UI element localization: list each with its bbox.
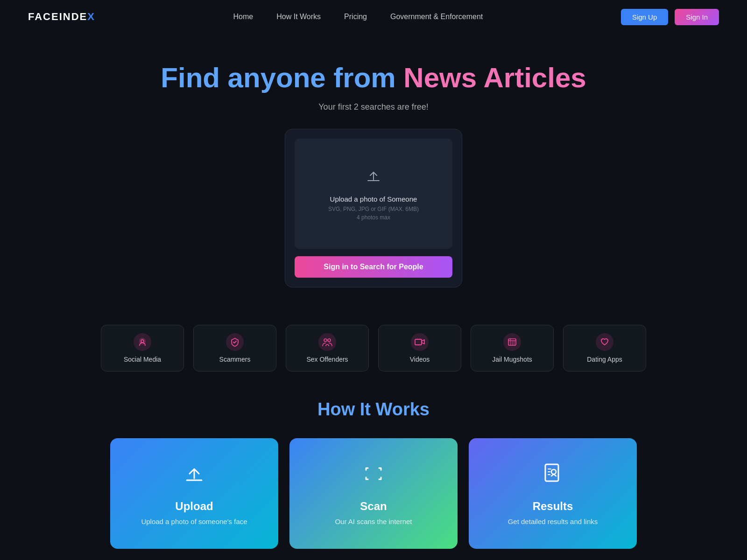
- category-sex-offenders[interactable]: Sex Offenders: [286, 325, 369, 371]
- nav-pricing[interactable]: Pricing: [344, 13, 367, 21]
- dating-apps-icon: [596, 333, 613, 351]
- step-upload: Upload Upload a photo of someone's face: [110, 438, 278, 549]
- step-scan: Scan Our AI scans the internet: [289, 438, 458, 549]
- hero-title: Find anyone from News Articles: [9, 62, 738, 94]
- results-step-desc: Get detailed results and links: [483, 518, 623, 525]
- how-it-works-title: How It Works: [37, 399, 710, 420]
- upload-step-title: Upload: [124, 500, 264, 513]
- jail-mugshots-icon: [503, 333, 521, 351]
- jail-mugshots-label: Jail Mugshots: [492, 356, 532, 363]
- category-videos[interactable]: Videos: [378, 325, 461, 371]
- scan-step-title: Scan: [303, 500, 444, 513]
- upload-step-desc: Upload a photo of someone's face: [124, 518, 264, 525]
- category-dating-apps[interactable]: Dating Apps: [563, 325, 646, 371]
- videos-label: Videos: [410, 356, 430, 363]
- results-step-icon: [483, 462, 623, 490]
- upload-label: Upload a photo of Someone: [304, 195, 443, 203]
- sex-offenders-label: Sex Offenders: [306, 356, 348, 363]
- upload-dropzone[interactable]: Upload a photo of Someone SVG, PNG, JPG …: [295, 139, 452, 249]
- videos-icon: [411, 333, 429, 351]
- upload-container: Upload a photo of Someone SVG, PNG, JPG …: [285, 129, 462, 287]
- sex-offenders-icon: [318, 333, 336, 351]
- hero-title-part1: Find anyone from: [161, 62, 403, 93]
- svg-rect-4: [415, 339, 422, 345]
- upload-formats: SVG, PNG, JPG or GIF (MAX. 6MB): [304, 206, 443, 212]
- signup-button[interactable]: Sign Up: [621, 9, 668, 25]
- step-results: Results Get detailed results and links: [469, 438, 637, 549]
- how-it-works-section: How It Works Upload Upload a photo of so…: [0, 390, 747, 560]
- dating-apps-label: Dating Apps: [587, 356, 622, 363]
- category-scammers[interactable]: Scammers: [193, 325, 276, 371]
- svg-point-11: [551, 469, 556, 474]
- logo-text: FACEINDE: [28, 11, 87, 22]
- steps-grid: Upload Upload a photo of someone's face …: [37, 438, 710, 549]
- scammers-label: Scammers: [219, 356, 251, 363]
- social-media-icon: [134, 333, 151, 351]
- hero-title-part2: News Articles: [403, 62, 586, 93]
- signin-button[interactable]: Sign In: [675, 9, 719, 25]
- hero-section: Find anyone from News Articles Your firs…: [0, 34, 747, 306]
- upload-max: 4 photos max: [304, 214, 443, 221]
- upload-step-icon: [124, 462, 264, 490]
- social-media-label: Social Media: [124, 356, 161, 363]
- svg-point-1: [140, 338, 145, 344]
- svg-point-0: [141, 340, 144, 343]
- upload-icon: [304, 167, 443, 189]
- nav-government[interactable]: Government & Enforcement: [390, 13, 483, 21]
- scan-step-icon: [303, 462, 444, 490]
- categories-section: Social Media Scammers Sex Offenders: [0, 306, 747, 390]
- scammers-icon: [226, 333, 244, 351]
- category-social-media[interactable]: Social Media: [101, 325, 184, 371]
- nav-home[interactable]: Home: [233, 13, 254, 21]
- logo[interactable]: FACEINDEX: [28, 11, 95, 23]
- navbar: FACEINDEX Home How It Works Pricing Gove…: [0, 0, 747, 34]
- nav-links: Home How It Works Pricing Government & E…: [233, 13, 483, 21]
- scan-step-desc: Our AI scans the internet: [303, 518, 444, 525]
- logo-x: X: [87, 11, 95, 22]
- hero-subtitle: Your first 2 searches are free!: [9, 102, 738, 112]
- category-jail-mugshots[interactable]: Jail Mugshots: [471, 325, 554, 371]
- results-step-title: Results: [483, 500, 623, 513]
- svg-point-2: [324, 339, 327, 342]
- nav-how-it-works[interactable]: How It Works: [276, 13, 321, 21]
- search-button[interactable]: Sign in to Search for People: [295, 256, 452, 278]
- nav-actions: Sign Up Sign In: [621, 9, 719, 25]
- svg-point-3: [328, 339, 331, 342]
